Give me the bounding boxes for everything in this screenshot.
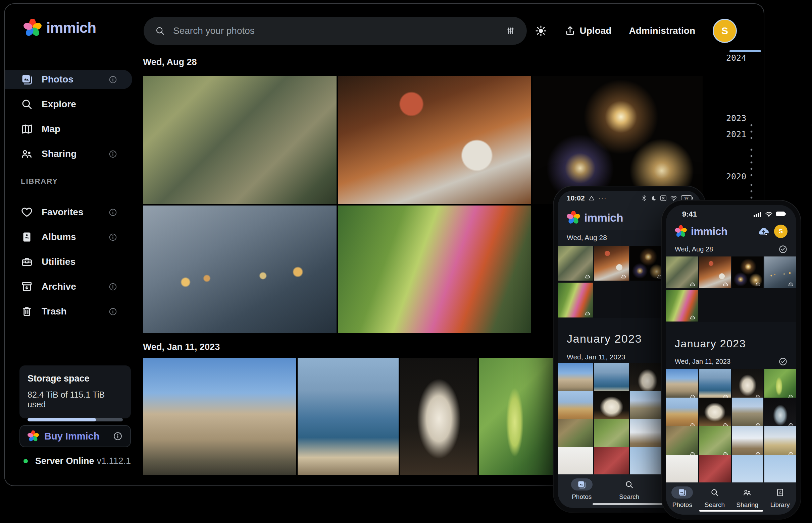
photo-zoo[interactable] (666, 256, 698, 288)
wifi-icon (765, 212, 773, 217)
sidebar-item-utilities[interactable]: Utilities (5, 252, 132, 272)
storage-card: Storage space 82.4 TiB of 115.1 TiB used (19, 365, 131, 418)
storage-usage: 82.4 TiB of 115.1 TiB used (28, 390, 123, 409)
administration-link[interactable]: Administration (629, 25, 695, 36)
upload-button[interactable]: Upload (564, 25, 612, 37)
photo-autumn-path[interactable] (558, 283, 593, 318)
photo-autumn-path[interactable] (666, 290, 698, 322)
buy-immich-label: Buy Immich (44, 431, 107, 442)
server-online-dot (23, 459, 28, 463)
search-bar[interactable] (144, 17, 527, 45)
timeline-year[interactable]: 2021 (726, 129, 749, 139)
info-icon[interactable] (108, 149, 118, 159)
photo-autumn-path[interactable] (338, 205, 531, 333)
sidebar-item-photos[interactable]: Photos (5, 70, 132, 89)
nav-label: Library (771, 501, 790, 509)
storage-progress-track (28, 418, 123, 421)
active-nav-pill (671, 486, 693, 499)
photo-fireworks[interactable] (533, 76, 703, 204)
timeline-year[interactable]: 2020 (726, 172, 749, 181)
theme-sun-icon[interactable] (535, 25, 547, 37)
sidebar-item-sharing[interactable]: Sharing (5, 144, 132, 164)
sidebar-item-trash[interactable]: Trash (5, 302, 132, 321)
sidebar-label: Archive (41, 281, 76, 292)
photo-church-winter[interactable] (732, 426, 764, 458)
nav-item-photos[interactable]: Photos (671, 486, 693, 509)
nav-item-library[interactable]: Library (770, 486, 791, 509)
photo-bust[interactable] (400, 358, 478, 475)
timeline-tick-dots (750, 122, 753, 142)
sidebar-item-explore[interactable]: Explore (5, 94, 132, 114)
info-icon[interactable] (113, 431, 123, 441)
sidebar-label: Photos (41, 74, 73, 85)
server-status-row: Server Online v1.112.1 (23, 456, 131, 466)
upload-icon (564, 25, 576, 37)
nav-item-search[interactable]: Search (704, 486, 725, 509)
photo-partial-red[interactable] (594, 447, 629, 474)
photo-partial-white[interactable] (558, 447, 593, 474)
user-avatar[interactable]: S (774, 224, 788, 238)
user-avatar[interactable]: S (713, 19, 737, 43)
photo-fortress[interactable] (143, 358, 296, 475)
photo-fireworks[interactable] (630, 246, 665, 281)
photo-hands[interactable] (764, 256, 796, 288)
info-icon[interactable] (108, 307, 118, 316)
sidebar-item-archive[interactable]: Archive (5, 277, 132, 296)
photo-zoo[interactable] (558, 246, 593, 281)
photo-seagrapes[interactable] (479, 358, 557, 475)
photo-partial-sky-2[interactable] (764, 455, 796, 483)
nav-item-sharing[interactable]: Sharing (737, 486, 759, 509)
app-logo[interactable]: immich (23, 19, 96, 37)
photo-lizard-1[interactable] (666, 426, 698, 458)
info-icon[interactable] (108, 208, 118, 217)
photo-partial-sky[interactable] (732, 455, 764, 483)
nav-item-photos[interactable]: Photos (571, 479, 592, 501)
photo-partial-sky[interactable] (630, 447, 665, 474)
sidebar-item-albums[interactable]: Albums (5, 227, 132, 247)
photo-lizard-2[interactable] (699, 426, 731, 458)
sidebar-label: Utilities (41, 256, 75, 267)
notification-icon (588, 195, 595, 201)
photo-beach-cliff[interactable] (666, 398, 698, 430)
photo-fireworks[interactable] (732, 256, 764, 288)
select-check-circle-icon[interactable] (778, 357, 788, 366)
buy-immich-button[interactable]: Buy Immich (19, 425, 131, 447)
timeline-year[interactable]: 2023 (726, 113, 749, 123)
sidebar-item-map[interactable]: Map (5, 119, 132, 139)
photo-zoo[interactable] (143, 76, 336, 204)
iphone-screen: 9:41 (666, 205, 796, 515)
photo-coastal[interactable] (699, 369, 731, 401)
sidebar-item-favorites[interactable]: Favorites (5, 202, 132, 222)
timeline-position-indicator[interactable] (729, 50, 761, 52)
photo-xmas-decor[interactable] (764, 398, 796, 430)
photo-ruins[interactable] (732, 398, 764, 430)
photo-bust[interactable] (732, 369, 764, 401)
photo-hands[interactable] (143, 205, 336, 333)
home-indicator[interactable] (592, 503, 667, 505)
cloud-backup-sync-icon[interactable] (757, 226, 770, 236)
utilities-toolbox-icon (21, 256, 33, 268)
photo-farmhouse[interactable] (764, 426, 796, 458)
photo-dinner[interactable] (699, 256, 731, 288)
photo-fortress[interactable] (666, 369, 698, 401)
nav-item-search[interactable]: Search (618, 479, 640, 501)
timeline-year[interactable]: 2024 (726, 53, 749, 63)
search-input[interactable] (173, 25, 497, 36)
photo-partial-red[interactable] (699, 455, 731, 483)
info-icon[interactable] (108, 233, 118, 242)
home-indicator[interactable] (699, 510, 763, 511)
info-icon[interactable] (108, 75, 118, 84)
photo-partial-white[interactable] (666, 455, 698, 483)
heart-icon (21, 206, 33, 218)
photo-dinner[interactable] (338, 76, 531, 204)
filter-sliders-icon[interactable] (505, 26, 515, 36)
photo-coastal[interactable] (298, 358, 399, 475)
date-label: Wed, Aug 28 (567, 234, 607, 242)
nav-label: Search (705, 501, 725, 509)
select-check-circle-icon[interactable] (778, 245, 788, 254)
info-icon[interactable] (108, 282, 118, 291)
photo-dinner[interactable] (594, 246, 629, 281)
android-clock: 10:02 (567, 194, 585, 202)
photo-bust2[interactable] (699, 398, 731, 430)
photo-seagrapes[interactable] (764, 369, 796, 401)
